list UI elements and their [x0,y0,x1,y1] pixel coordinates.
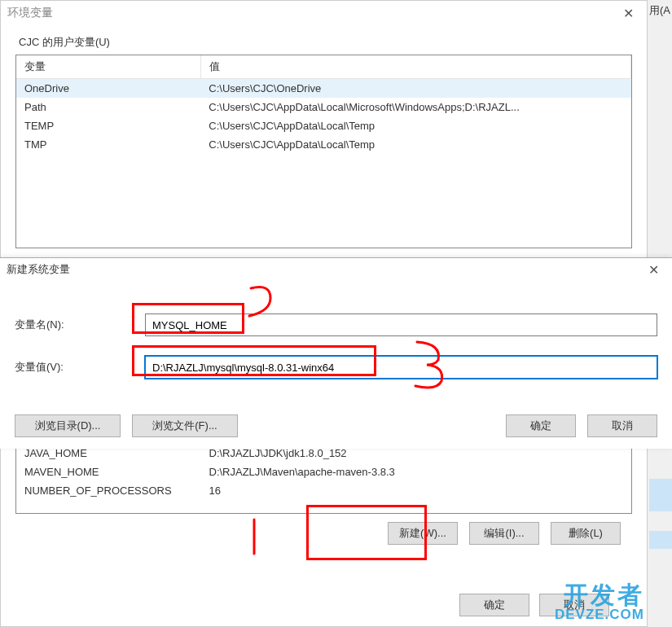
newvar-cancel-button[interactable]: 取消 [587,414,657,437]
user-vars-table[interactable]: 变量 值 OneDrive C:\Users\CJC\OneDrive Path… [16,55,631,154]
ok-button[interactable]: 确定 [459,594,529,616]
dialog-bottom-buttons: 确定 取消 [459,594,609,616]
browse-file-button[interactable]: 浏览文件(F)... [132,414,238,437]
browse-dir-button[interactable]: 浏览目录(D)... [15,414,121,437]
sys-new-button[interactable]: 新建(W)... [388,522,458,545]
cancel-button[interactable]: 取消 [539,594,609,616]
user-section-label: CJC 的用户变量(U) [15,35,632,50]
table-row[interactable]: TEMP C:\Users\CJC\AppData\Local\Temp [16,116,631,135]
new-system-variable-dialog: 新建系统变量 ✕ 变量名(N): 变量值(V): 浏览目录(D)... 浏览文件… [0,257,672,449]
newvar-title-bar: 新建系统变量 ✕ [0,258,672,281]
newvar-ok-button[interactable]: 确定 [506,414,576,437]
close-icon[interactable]: ✕ [642,262,665,278]
table-row[interactable]: TMP C:\Users\CJC\AppData\Local\Temp [16,135,631,154]
dialog-title: 环境变量 [7,6,53,20]
var-name-label: 变量名(N): [15,318,145,332]
close-icon[interactable]: ✕ [617,6,640,21]
table-row[interactable]: Path C:\Users\CJC\AppData\Local\Microsof… [16,98,631,116]
dialog-title-bar: 环境变量 ✕ [1,1,647,25]
table-row[interactable]: MAVEN_HOME D:\RJAZLJ\Maven\apache-maven-… [16,463,631,481]
user-variables-section: CJC 的用户变量(U) 变量 值 OneDrive C:\Users\CJC\… [1,25,647,248]
col-header-val[interactable]: 值 [200,55,630,79]
var-value-label: 变量值(V): [15,360,145,375]
user-vars-table-frame: 变量 值 OneDrive C:\Users\CJC\OneDrive Path… [15,55,632,248]
var-name-input[interactable] [145,314,657,336]
sys-edit-button[interactable]: 编辑(I)... [469,522,539,545]
table-row[interactable]: OneDrive C:\Users\CJC\OneDrive [16,79,631,99]
var-value-input[interactable] [145,356,657,379]
side-highlight [649,531,672,549]
newvar-title: 新建系统变量 [7,262,70,277]
col-header-var[interactable]: 变量 [16,55,200,79]
sys-delete-button[interactable]: 删除(L) [551,522,621,545]
side-highlight [649,479,672,511]
table-row[interactable]: NUMBER_OF_PROCESSORS 16 [16,481,631,500]
